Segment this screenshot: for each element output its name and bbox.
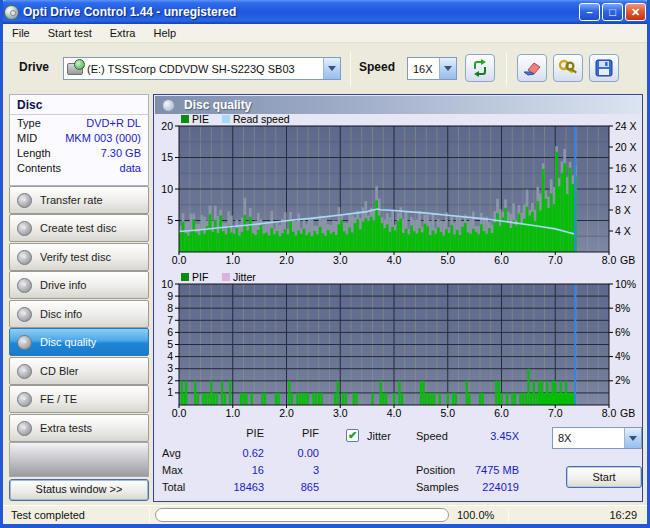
drive-select-value: (E:) TSSTcorp CDDVDW SH-S223Q SB03: [87, 63, 295, 75]
svg-text:9: 9: [167, 290, 173, 302]
erase-disc-button[interactable]: [517, 54, 547, 82]
svg-text:8.0: 8.0: [602, 254, 617, 266]
speed-select[interactable]: 16X: [407, 57, 457, 80]
sidebar-item-label: Extra tests: [40, 422, 92, 434]
speed-label: Speed: [359, 60, 395, 74]
drive-select-arrow[interactable]: [323, 58, 340, 79]
sidebar-item-disc-info[interactable]: Disc info: [9, 300, 149, 328]
sidebar-item-drive-info[interactable]: Drive info: [9, 271, 149, 299]
sidebar-item-create-test-disc[interactable]: Create test disc: [9, 214, 149, 242]
sidebar-item-cd-bler[interactable]: CD Bler: [9, 357, 149, 385]
panel-title: Disc quality: [184, 98, 251, 112]
disc-icon: [17, 193, 32, 208]
jitter-checkbox[interactable]: ✔: [346, 429, 359, 442]
svg-text:Read speed: Read speed: [233, 114, 290, 125]
pie-readspeed-chart: 51015204 X8 X12 X16 X20 X24 X0.01.02.03.…: [155, 114, 643, 268]
sidebar-item-label: Verify test disc: [40, 251, 111, 263]
sidebar-item-verify-test-disc[interactable]: Verify test disc: [9, 243, 149, 271]
disc-contents-value: data: [120, 162, 141, 174]
svg-text:10: 10: [161, 183, 173, 195]
total-pie-value: 18463: [214, 481, 264, 493]
svg-text:7.0: 7.0: [548, 407, 563, 419]
sidebar-item-label: Drive info: [40, 279, 86, 291]
status-window-button[interactable]: Status window >>: [9, 479, 149, 501]
total-pif-value: 865: [269, 481, 319, 493]
samples-stat-value: 224019: [464, 481, 519, 493]
avg-pif-value: 0.00: [269, 447, 319, 459]
svg-text:GB: GB: [620, 254, 635, 266]
svg-text:2: 2: [167, 374, 173, 386]
app-icon: [4, 5, 19, 20]
svg-text:4.0: 4.0: [387, 254, 402, 266]
svg-text:0.0: 0.0: [172, 254, 187, 266]
svg-text:6: 6: [167, 326, 173, 338]
sidebar-item-extra-tests[interactable]: Extra tests: [9, 414, 149, 442]
speed-stat-label: Speed: [416, 430, 448, 442]
speed-select-arrow[interactable]: [439, 58, 456, 79]
disc-icon: [17, 278, 32, 293]
close-button[interactable]: ✕: [625, 3, 646, 21]
disc-mid-value: MKM 003 (000): [65, 132, 141, 144]
sidebar-item-label: Transfer rate: [40, 194, 103, 206]
menu-extra[interactable]: Extra: [101, 25, 145, 41]
disc-icon: [17, 307, 32, 322]
test-speed-select-value: 8X: [558, 432, 571, 444]
svg-text:4%: 4%: [615, 350, 630, 362]
max-label: Max: [162, 464, 183, 476]
svg-text:6.0: 6.0: [494, 407, 509, 419]
minimize-button[interactable]: –: [579, 3, 600, 21]
menu-file[interactable]: File: [3, 25, 39, 41]
title-bar: Opti Drive Control 1.44 - unregistered –…: [0, 0, 650, 24]
svg-text:8 X: 8 X: [615, 204, 631, 216]
disc-length-label: Length: [17, 147, 51, 159]
refresh-button[interactable]: [465, 54, 495, 82]
samples-stat-label: Samples: [416, 481, 459, 493]
sidebar-item-transfer-rate[interactable]: Transfer rate: [9, 186, 149, 214]
avg-label: Avg: [162, 447, 181, 459]
menu-bar: File Start test Extra Help: [3, 24, 647, 43]
register-button[interactable]: [553, 54, 583, 82]
disc-contents-label: Contents: [17, 162, 61, 174]
disc-quality-panel: Disc quality 51015204 X8 X12 X16 X20 X24…: [153, 94, 643, 502]
svg-text:7: 7: [167, 314, 173, 326]
svg-text:3: 3: [167, 362, 173, 374]
disc-icon: [17, 421, 32, 436]
eraser-icon: [522, 60, 542, 76]
svg-text:5: 5: [167, 214, 173, 226]
avg-pie-value: 0.62: [214, 447, 264, 459]
svg-text:10: 10: [161, 278, 173, 290]
svg-text:10%: 10%: [615, 278, 636, 290]
disc-type-value: DVD+R DL: [86, 117, 141, 129]
app-window: Opti Drive Control 1.44 - unregistered –…: [0, 0, 650, 528]
disc-icon: [17, 335, 32, 350]
svg-text:8: 8: [167, 302, 173, 314]
menu-help[interactable]: Help: [144, 25, 185, 41]
sidebar-item-disc-quality[interactable]: Disc quality: [9, 328, 149, 356]
start-button[interactable]: Start: [566, 466, 642, 488]
svg-text:1: 1: [167, 386, 173, 398]
drive-select[interactable]: (E:) TSSTcorp CDDVDW SH-S223Q SB03: [63, 57, 341, 80]
pie-column-header: PIE: [214, 427, 264, 439]
disc-info-panel: Disc Type DVD+R DL MID MKM 003 (000) Len…: [9, 94, 149, 186]
speed-stat-value: 3.45X: [464, 430, 519, 442]
progress-bar: [155, 508, 449, 522]
sidebar-item-fe-te[interactable]: FE / TE: [9, 385, 149, 413]
test-speed-select-arrow[interactable]: [624, 428, 641, 448]
sidebar-item-label: FE / TE: [40, 393, 77, 405]
max-pie-value: 16: [214, 464, 264, 476]
sidebar-item-label: CD Bler: [40, 365, 79, 377]
svg-text:16 X: 16 X: [615, 162, 637, 174]
svg-text:2.0: 2.0: [279, 407, 294, 419]
test-speed-select[interactable]: 8X: [552, 427, 642, 449]
svg-text:12 X: 12 X: [615, 183, 637, 195]
svg-text:6%: 6%: [615, 326, 630, 338]
menu-start-test[interactable]: Start test: [39, 25, 101, 41]
sidebar-filler: [9, 442, 149, 477]
window-title: Opti Drive Control 1.44 - unregistered: [23, 5, 236, 19]
svg-text:20: 20: [161, 120, 173, 132]
save-button[interactable]: [589, 54, 619, 82]
maximize-button[interactable]: □: [602, 3, 623, 21]
speed-select-value: 16X: [413, 63, 433, 75]
drive-label: Drive: [19, 60, 49, 74]
disc-panel-title: Disc: [10, 95, 148, 115]
